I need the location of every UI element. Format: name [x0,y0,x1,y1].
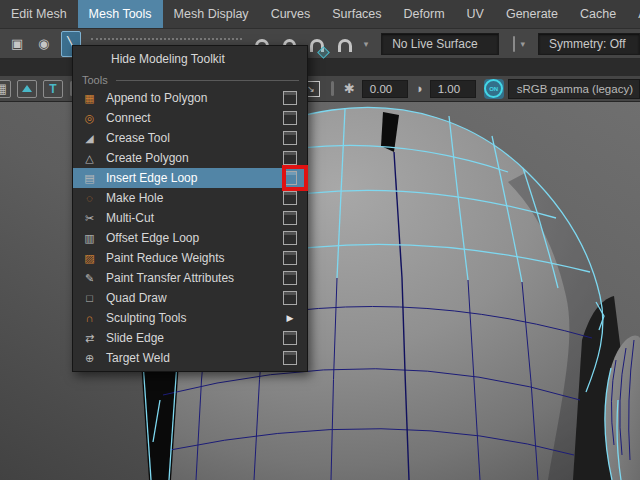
paint-reduce-weights-icon: ▨ [73,253,106,264]
option-box[interactable] [283,291,297,305]
menu-item-create-polygon[interactable]: △ Create Polygon [73,148,307,168]
color-management-toggle[interactable]: ON [484,79,504,99]
insert-edge-loop-icon: ▤ [73,173,106,184]
option-box[interactable] [283,151,297,165]
connect-icon: ◎ [73,113,106,124]
option-box[interactable] [283,331,297,345]
menu-item-offset-edge-loop[interactable]: ▥ Offset Edge Loop [73,228,307,248]
option-box[interactable] [283,271,297,285]
append-to-polygon-icon: ▦ [73,93,106,104]
option-box[interactable] [283,91,297,105]
menu-mesh-display[interactable]: Mesh Display [163,0,260,28]
multi-cut-icon: ✂ [73,213,106,224]
mesh-tools-menu: Hide Modeling Toolkit Tools ▦ Append to … [72,45,308,372]
menu-item-make-hole[interactable]: ◌ Make Hole [73,188,307,208]
menu-item-insert-edge-loop[interactable]: ▤ Insert Edge Loop [73,168,307,188]
separator-handle [331,81,334,96]
render-image-icon[interactable] [17,80,37,98]
option-box[interactable] [283,171,297,185]
symmetry-field[interactable]: Symmetry: Off [538,33,640,55]
option-box[interactable] [283,191,297,205]
menu-item-multi-cut[interactable]: ✂ Multi-Cut [73,208,307,228]
section-label: Tools [82,74,108,86]
menu-deform[interactable]: Deform [393,0,456,28]
sculpting-tools-icon: ∩ [73,313,106,324]
menu-item-connect[interactable]: ◎ Connect [73,108,307,128]
menu-item-hide-modeling-toolkit[interactable]: Hide Modeling Toolkit [73,46,307,72]
menu-item-crease-tool[interactable]: ◢ Crease Tool [73,128,307,148]
menu-edit-mesh[interactable]: Edit Mesh [0,0,78,28]
slide-edge-icon: ⇄ [73,333,106,344]
menu-item-quad-draw[interactable]: □ Quad Draw [73,288,307,308]
menu-item-paint-reduce-weights[interactable]: ▨ Paint Reduce Weights [73,248,307,268]
option-box[interactable] [283,231,297,245]
menu-curves[interactable]: Curves [260,0,322,28]
menu-bar: Edit Mesh Mesh Tools Mesh Display Curves… [0,0,640,29]
menu-item-target-weld[interactable]: ⊕ Target Weld [73,348,307,368]
menu-item-append-to-polygon[interactable]: ▦ Append to Polygon [73,88,307,108]
live-surface-field[interactable]: No Live Surface [381,33,499,55]
quad-draw-icon: □ [73,293,106,304]
target-weld-icon: ⊕ [73,353,106,364]
select-circle-icon[interactable]: ◉ [34,32,52,56]
menu-surfaces[interactable]: Surfaces [321,0,392,28]
section-divider [116,80,299,81]
menu-item-sculpting-tools[interactable]: ∩ Sculpting Tools ▶ [73,308,307,328]
input-slider-handle[interactable] [513,36,515,52]
option-box[interactable] [283,211,297,225]
create-polygon-icon: △ [73,153,106,164]
snap-options-caret-icon[interactable]: ▾ [364,39,369,49]
gamma-field[interactable]: 1.00 [430,80,476,98]
contrast-icon[interactable]: ◑ [415,81,423,96]
menu-generate[interactable]: Generate [495,0,569,28]
exposure-field[interactable]: 0.00 [362,80,408,98]
menu-section-tools: Tools [73,72,307,88]
option-box[interactable] [283,111,297,125]
crease-tool-icon: ◢ [73,133,106,144]
grid-icon[interactable]: ▦ [0,80,11,98]
menu-cache[interactable]: Cache [569,0,627,28]
menu-arnold[interactable]: Arnold [627,0,640,28]
option-box[interactable] [283,351,297,365]
offset-edge-loop-icon: ▥ [73,233,106,244]
paint-transfer-attributes-icon: ✎ [73,273,106,284]
menu-mesh-tools[interactable]: Mesh Tools [78,0,163,28]
snap-to-points-icon[interactable] [310,39,324,52]
submenu-arrow-icon[interactable]: ▶ [283,313,297,323]
option-box[interactable] [283,251,297,265]
maya-window: Edit Mesh Mesh Tools Mesh Display Curves… [0,0,640,480]
color-space-dropdown[interactable]: sRGB gamma (legacy) [508,79,640,99]
option-box[interactable] [283,131,297,145]
exposure-icon[interactable]: ✱ [344,81,355,96]
text-tool-icon[interactable]: T [43,80,63,98]
select-square-icon[interactable]: ▣ [8,32,26,56]
input-options-caret-icon[interactable]: ▾ [520,39,525,49]
menu-item-slide-edge[interactable]: ⇄ Slide Edge [73,328,307,348]
menu-item-paint-transfer-attributes[interactable]: ✎ Paint Transfer Attributes [73,268,307,288]
menu-uv[interactable]: UV [456,0,495,28]
snap-to-plane-icon[interactable] [338,39,352,52]
make-hole-icon: ◌ [73,193,106,204]
